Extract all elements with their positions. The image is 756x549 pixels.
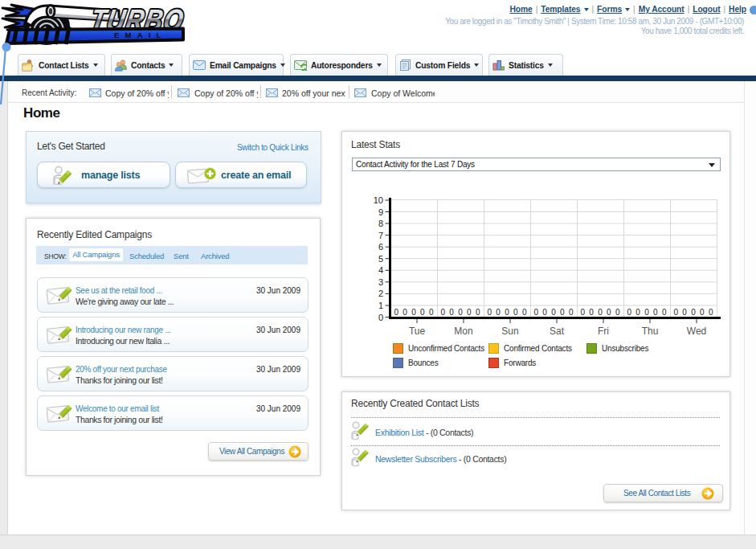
svg-text:0: 0 [627,308,631,317]
svg-text:EMAIL: EMAIL [114,31,167,39]
svg-text:0: 0 [505,308,509,317]
svg-text:0: 0 [607,308,611,317]
svg-text:Wed: Wed [687,326,706,337]
svg-text:2: 2 [378,289,383,298]
svg-text:0: 0 [522,308,527,317]
svg-text:0: 0 [615,308,620,317]
svg-text:Thu: Thu [642,326,659,337]
svg-text:0: 0 [560,308,565,317]
svg-text:Mon: Mon [454,326,472,337]
svg-text:0: 0 [673,308,678,317]
svg-text:0: 0 [496,308,501,317]
svg-text:0: 0 [569,308,574,317]
svg-text:0: 0 [440,308,445,317]
svg-text:0: 0 [394,308,398,317]
svg-text:5: 5 [378,254,383,264]
svg-text:0: 0 [533,308,538,317]
svg-text:0: 0 [467,308,472,317]
svg-text:4: 4 [378,265,383,275]
svg-text:Fri: Fri [598,326,609,337]
svg-text:0: 0 [653,308,658,317]
svg-text:Sat: Sat [550,326,565,337]
svg-text:0: 0 [476,308,480,317]
svg-text:9: 9 [378,207,383,217]
svg-text:0: 0 [662,308,667,317]
svg-text:0: 0 [551,308,556,317]
svg-text:10: 10 [374,195,383,205]
svg-text:Sun: Sun [501,326,518,337]
svg-text:0: 0 [580,308,585,317]
svg-text:0: 0 [429,308,434,317]
svg-text:0: 0 [449,308,454,317]
svg-text:0: 0 [378,313,383,322]
svg-text:0: 0 [644,308,649,317]
svg-text:0: 0 [700,308,705,317]
svg-text:0: 0 [589,308,594,317]
svg-text:0: 0 [682,308,687,317]
svg-text:0: 0 [709,308,713,317]
svg-text:1: 1 [378,301,383,310]
svg-text:7: 7 [378,231,383,240]
svg-text:Tue: Tue [409,326,426,337]
svg-text:0: 0 [513,308,518,317]
svg-text:8: 8 [378,219,383,228]
svg-text:0: 0 [403,308,407,317]
svg-text:0: 0 [598,308,603,317]
svg-text:0: 0 [487,308,492,317]
svg-text:0: 0 [458,308,463,317]
svg-text:0: 0 [691,308,696,317]
svg-text:0: 0 [635,308,640,317]
svg-text:0: 0 [542,308,547,317]
svg-text:0: 0 [420,308,425,317]
svg-text:3: 3 [378,277,383,287]
svg-text:6: 6 [378,242,383,252]
svg-text:0: 0 [411,308,416,317]
